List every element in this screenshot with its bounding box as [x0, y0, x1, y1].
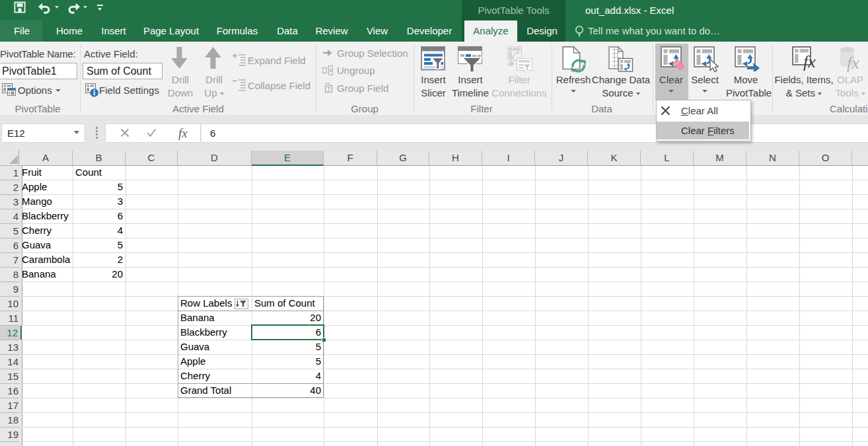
svg-text:7: 7 — [327, 85, 330, 93]
